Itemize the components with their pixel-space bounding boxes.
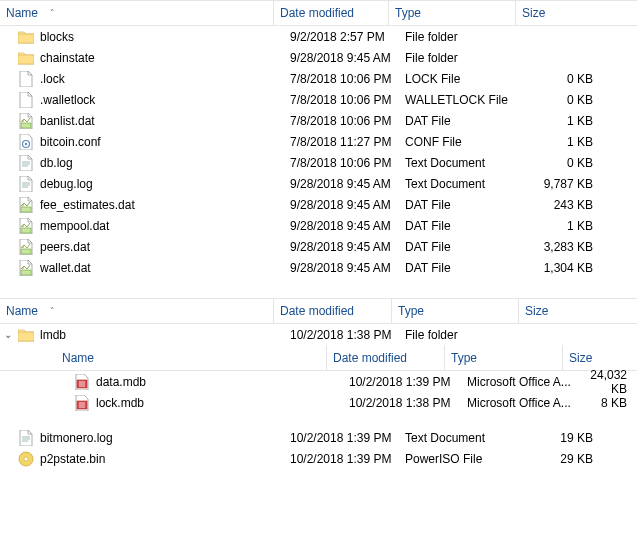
- dat-icon: [18, 113, 34, 129]
- dat-icon: [18, 239, 34, 255]
- expand-chevron-icon: ⌄: [4, 329, 12, 340]
- text-icon: [18, 176, 34, 192]
- folder-row[interactable]: blocks9/2/2018 2:57 PMFile folder: [0, 26, 637, 47]
- file-size: 1 KB: [533, 135, 637, 149]
- file-list-top: blocks9/2/2018 2:57 PMFile folderchainst…: [0, 26, 637, 278]
- column-header-row: Name ˄ Date modified Type Size: [0, 298, 637, 324]
- dat-icon: [18, 197, 34, 213]
- file-date: 10/2/2018 1:39 PM: [290, 452, 405, 466]
- file-type: DAT File: [405, 114, 533, 128]
- file-name: peers.dat: [40, 240, 290, 254]
- file-date: 7/8/2018 10:06 PM: [290, 156, 405, 170]
- file-icon: [18, 71, 34, 87]
- column-header-size-label: Size: [522, 6, 545, 20]
- file-row[interactable]: p2pstate.bin10/2/2018 1:39 PMPowerISO Fi…: [0, 448, 637, 469]
- text-icon: [18, 155, 34, 171]
- folder-icon: [18, 50, 34, 66]
- file-size: 243 KB: [533, 198, 637, 212]
- column-header-type[interactable]: Type: [389, 1, 516, 25]
- mdb-icon: [74, 374, 90, 390]
- file-row[interactable]: .lock7/8/2018 10:06 PMLOCK File0 KB: [0, 68, 637, 89]
- file-name: fee_estimates.dat: [40, 198, 290, 212]
- file-date: 9/28/2018 9:45 AM: [290, 261, 405, 275]
- file-list-pane-bottom: Name ˄ Date modified Type Size ⌄lmdb10/2…: [0, 298, 637, 469]
- file-date: 7/8/2018 11:27 PM: [290, 135, 405, 149]
- file-type: File folder: [405, 30, 533, 44]
- column-header-type[interactable]: Type: [392, 299, 519, 323]
- file-date: 10/2/2018 1:38 PM: [290, 328, 405, 342]
- text-icon: [18, 430, 34, 446]
- file-row[interactable]: banlist.dat7/8/2018 10:06 PMDAT File1 KB: [0, 110, 637, 131]
- file-row[interactable]: bitcoin.conf7/8/2018 11:27 PMCONF File1 …: [0, 131, 637, 152]
- file-icon: [18, 92, 34, 108]
- file-type: File folder: [405, 328, 533, 342]
- column-header-date[interactable]: Date modified: [327, 345, 445, 370]
- file-date: 9/28/2018 9:45 AM: [290, 177, 405, 191]
- file-name: db.log: [40, 156, 290, 170]
- file-row[interactable]: fee_estimates.dat9/28/2018 9:45 AMDAT Fi…: [0, 194, 637, 215]
- column-header-type-label: Type: [398, 304, 424, 318]
- file-type: DAT File: [405, 198, 533, 212]
- column-header-size-label: Size: [569, 351, 592, 365]
- nested-column-header-row: NameDate modifiedTypeSize: [0, 345, 637, 371]
- column-header-type-label: Type: [395, 6, 421, 20]
- file-row[interactable]: peers.dat9/28/2018 9:45 AMDAT File3,283 …: [0, 236, 637, 257]
- file-size: 1 KB: [533, 219, 637, 233]
- file-type: DAT File: [405, 219, 533, 233]
- column-header-size[interactable]: Size: [516, 1, 637, 25]
- file-name: mempool.dat: [40, 219, 290, 233]
- file-type: Text Document: [405, 431, 533, 445]
- file-type: LOCK File: [405, 72, 533, 86]
- file-date: 9/2/2018 2:57 PM: [290, 30, 405, 44]
- folder-icon: [18, 29, 34, 45]
- conf-icon: [18, 134, 34, 150]
- folder-row[interactable]: ⌄lmdb10/2/2018 1:38 PMFile folder: [0, 324, 637, 345]
- file-row[interactable]: wallet.dat9/28/2018 9:45 AMDAT File1,304…: [0, 257, 637, 278]
- file-size: 19 KB: [533, 431, 637, 445]
- file-name: lmdb: [40, 328, 290, 342]
- file-date: 9/28/2018 9:45 AM: [290, 51, 405, 65]
- iso-icon: [18, 451, 34, 467]
- column-header-name[interactable]: Name: [56, 345, 327, 370]
- column-header-date[interactable]: Date modified: [274, 299, 392, 323]
- file-row[interactable]: db.log7/8/2018 10:06 PMText Document0 KB: [0, 152, 637, 173]
- file-size: 0 KB: [533, 72, 637, 86]
- column-header-date-label: Date modified: [280, 304, 354, 318]
- column-header-size[interactable]: Size: [519, 299, 637, 323]
- file-name: bitmonero.log: [40, 431, 290, 445]
- file-type: CONF File: [405, 135, 533, 149]
- sort-chevron-icon: ˄: [50, 8, 55, 18]
- column-header-date-label: Date modified: [280, 6, 354, 20]
- file-size: 0 KB: [533, 93, 637, 107]
- column-header-type-label: Type: [451, 351, 477, 365]
- column-header-row: Name ˄ Date modified Type Size: [0, 0, 637, 26]
- file-name: debug.log: [40, 177, 290, 191]
- file-date: 10/2/2018 1:38 PM: [349, 396, 467, 410]
- folder-icon: [18, 327, 34, 343]
- column-header-type[interactable]: Type: [445, 345, 563, 370]
- file-name: chainstate: [40, 51, 290, 65]
- column-header-size[interactable]: Size: [563, 345, 637, 370]
- file-name: blocks: [40, 30, 290, 44]
- file-row[interactable]: bitmonero.log10/2/2018 1:39 PMText Docum…: [0, 427, 637, 448]
- file-row[interactable]: .walletlock7/8/2018 10:06 PMWALLETLOCK F…: [0, 89, 637, 110]
- file-date: 7/8/2018 10:06 PM: [290, 114, 405, 128]
- file-date: 7/8/2018 10:06 PM: [290, 93, 405, 107]
- column-header-name[interactable]: Name ˄: [0, 299, 274, 323]
- file-date: 9/28/2018 9:45 AM: [290, 198, 405, 212]
- file-type: Microsoft Office A...: [467, 396, 585, 410]
- file-row[interactable]: data.mdb10/2/2018 1:39 PMMicrosoft Offic…: [0, 371, 637, 392]
- file-row[interactable]: mempool.dat9/28/2018 9:45 AMDAT File1 KB: [0, 215, 637, 236]
- sort-chevron-icon: ˄: [50, 306, 55, 316]
- file-row[interactable]: debug.log9/28/2018 9:45 AMText Document9…: [0, 173, 637, 194]
- file-list-pane-top: Name ˄ Date modified Type Size blocks9/2…: [0, 0, 637, 278]
- file-type: PowerISO File: [405, 452, 533, 466]
- column-header-date[interactable]: Date modified: [274, 1, 389, 25]
- folder-row[interactable]: chainstate9/28/2018 9:45 AMFile folder: [0, 47, 637, 68]
- file-date: 7/8/2018 10:06 PM: [290, 72, 405, 86]
- file-row[interactable]: lock.mdb10/2/2018 1:38 PMMicrosoft Offic…: [0, 392, 637, 413]
- file-type: Microsoft Office A...: [467, 375, 585, 389]
- file-size: 24,032 KB: [585, 368, 637, 396]
- file-list-bottom: ⌄lmdb10/2/2018 1:38 PMFile folderNameDat…: [0, 324, 637, 469]
- column-header-name[interactable]: Name ˄: [0, 1, 274, 25]
